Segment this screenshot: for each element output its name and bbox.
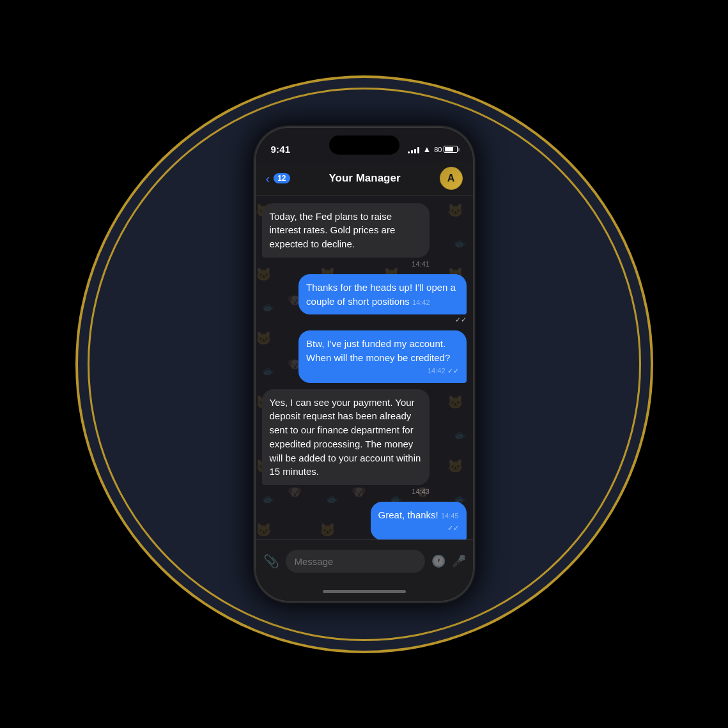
message-time-1: 14:41 [262, 260, 430, 268]
back-chevron-icon: ‹ [266, 172, 270, 185]
wifi-icon: ▲ [422, 144, 431, 154]
battery-level: 80 [434, 146, 442, 153]
clock-icon: 🕐 [431, 554, 445, 568]
input-area: 📎 🕐 🎤 [256, 539, 473, 583]
mic-icon: 🎤 [452, 554, 466, 568]
signal-icon [408, 146, 419, 153]
message-text-2: Thanks for the heads up! I'll open a cou… [306, 282, 456, 307]
message-2: Thanks for the heads up! I'll open a cou… [298, 274, 466, 325]
attach-button[interactable]: 📎 [263, 552, 279, 571]
outer-circle: 9:41 ▲ 80 [89, 89, 639, 639]
message-1: Today, the Fed plans to raise interest r… [262, 203, 430, 268]
status-icons: ▲ 80 [408, 144, 457, 154]
message-meta-5: ✓✓ [378, 523, 459, 534]
message-4: Yes, I can see your payment. Your deposi… [262, 389, 430, 496]
dynamic-island [329, 136, 399, 155]
battery-icon [444, 146, 458, 153]
message-bubble-2: Thanks for the heads up! I'll open a cou… [298, 274, 466, 315]
avatar-letter: A [447, 173, 455, 184]
message-input[interactable] [286, 550, 425, 573]
message-text-1: Today, the Fed plans to raise interest r… [270, 211, 396, 250]
mic-button[interactable]: 🎤 [452, 552, 466, 571]
message-bubble-4: Yes, I can see your payment. Your deposi… [262, 389, 430, 486]
nav-header: ‹ 12 Your Manager A [256, 162, 473, 196]
chat-title: Your Manager [329, 172, 400, 185]
home-indicator [256, 583, 473, 601]
message-meta-3: 14:42 ✓✓ [306, 366, 458, 376]
messages-container: Today, the Fed plans to raise interest r… [262, 203, 467, 539]
chat-area[interactable]: Today, the Fed plans to raise interest r… [256, 196, 473, 539]
home-bar [323, 590, 406, 593]
message-time-4: 14:43 [262, 488, 430, 495]
phone-screen: 9:41 ▲ 80 [256, 128, 473, 601]
read-receipts-5: ✓✓ [447, 523, 459, 534]
status-time: 9:41 [271, 144, 291, 155]
message-bubble-1: Today, the Fed plans to raise interest r… [262, 203, 430, 258]
battery-indicator: 80 [434, 146, 457, 153]
message-bubble-5: Great, thanks! 14:45 ✓✓ [371, 502, 467, 539]
message-meta-2: ✓✓ [298, 316, 466, 324]
message-3: Btw, I've just funded my account. When w… [298, 330, 466, 382]
message-time-5: 14:45 [441, 512, 459, 520]
phone-frame: 9:41 ▲ 80 [256, 128, 473, 601]
attach-icon: 📎 [263, 554, 279, 569]
avatar[interactable]: A [440, 167, 463, 190]
message-text-5: Great, thanks! [378, 509, 441, 520]
back-button[interactable]: ‹ 12 [266, 172, 290, 185]
message-time-3: 14:42 [428, 366, 445, 376]
message-5: Great, thanks! 14:45 ✓✓ [371, 502, 467, 539]
message-text-3: Btw, I've just funded my account. When w… [306, 338, 450, 363]
read-receipts-2: ✓✓ [455, 316, 467, 324]
read-receipts-3: ✓✓ [447, 366, 459, 376]
message-bubble-3: Btw, I've just funded my account. When w… [298, 330, 466, 382]
notification-badge: 12 [274, 173, 290, 183]
message-time-2: 14:42 [412, 298, 430, 306]
clock-button[interactable]: 🕐 [431, 552, 445, 571]
message-text-4: Yes, I can see your payment. Your deposi… [270, 397, 421, 477]
